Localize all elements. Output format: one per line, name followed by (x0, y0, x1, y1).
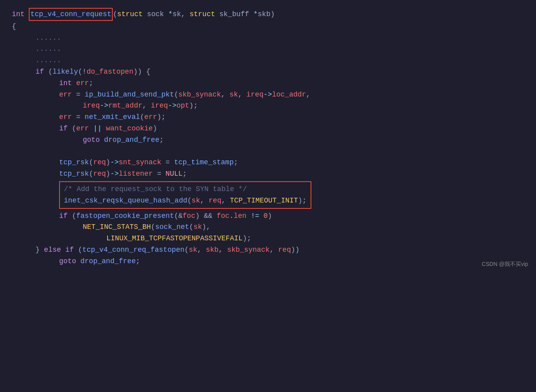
code-line-2: { (12, 21, 524, 32)
paren5: ); (189, 100, 198, 111)
paren11: ) (106, 157, 110, 168)
comment-text: /* Add the request_sock to the SYN table… (64, 184, 247, 195)
paren23: ); (243, 233, 251, 244)
code-line-5: ...... (35, 55, 524, 66)
semicolon1: ; (89, 78, 93, 89)
num-zero: 0 (264, 210, 268, 222)
paren6: ( (140, 111, 144, 123)
paren14: ( (187, 195, 192, 206)
func-net-xmit: net_xmit_eval (85, 111, 140, 123)
code-line-20: LINUX_MIB_TCPFASTOPENPASSIVEFAIL); (106, 233, 524, 244)
equals1: = (76, 89, 85, 100)
func-tcp-v4-fastopen: tcp_v4_conn_req_fastopen (82, 244, 184, 256)
keyword-if: if (35, 66, 48, 78)
comma2: , (221, 89, 230, 100)
op-or: || (93, 123, 106, 134)
paren24: ( (78, 244, 82, 256)
paren15: ); (298, 195, 307, 206)
equals3: = (166, 157, 174, 168)
param-skb: skb (258, 9, 270, 20)
var-err4: err (76, 123, 93, 134)
equals2: = (76, 111, 85, 123)
param-sk: sk (173, 9, 181, 20)
paren26: )) (291, 244, 300, 256)
code-line-8: err = ip_build_and_send_pkt(skb_synack, … (59, 89, 524, 100)
comma10: , (270, 244, 278, 256)
arrow4: -> (110, 157, 119, 168)
func-inet-csk: inet_csk_reqsk_queue_hash_add (64, 195, 187, 206)
arrow1: -> (264, 89, 272, 100)
semicolon4: ; (182, 168, 187, 180)
struct-keyword2: struct (190, 9, 220, 20)
semicolon5: ; (136, 256, 140, 267)
code-line-9: ireq->rmt_addr, ireq->opt); (83, 100, 524, 111)
param-sk5: sk (189, 244, 197, 256)
paren-open: ( (113, 9, 117, 20)
label-drop-free2: drop_and_free (80, 256, 136, 267)
code-line-6: if (likely(!do_fastopen)) { (35, 66, 524, 78)
param-skb-synack2: skb_synack (227, 244, 270, 256)
label-drop-free: drop_and_free (104, 134, 159, 146)
code-line-4: ...... (35, 43, 524, 55)
param-req4: req (278, 244, 291, 256)
open-brace: { (12, 21, 16, 32)
sock-type: sock (147, 9, 168, 20)
var-foc: foc (182, 210, 195, 222)
keyword-int2: int (59, 78, 76, 89)
macro-tcp-timeout: TCP_TIMEOUT_INIT (230, 195, 298, 206)
semicolon2: ; (159, 134, 164, 146)
code-line-7: int err; (59, 78, 524, 89)
code-line-10: err = net_xmit_eval(err); (59, 111, 524, 123)
keyword-goto2: goto (59, 256, 80, 267)
paren-close: ) (270, 9, 275, 20)
highlighted-block: /* Add the request_sock to the SYN table… (59, 181, 311, 209)
func-tcp-rsk2: tcp_rsk (59, 168, 89, 180)
code-line-3: ...... (35, 32, 524, 44)
paren16: ( (72, 210, 76, 222)
keyword-else: else (44, 244, 65, 256)
code-line-19: NET_INC_STATS_BH(sock_net(sk), (83, 221, 524, 233)
null-value: NULL (166, 168, 182, 180)
var-want-cookie: want_cookie (106, 123, 153, 134)
macro-linux-mib: LINUX_MIB_TCPFASTOPENPASSIVEFAIL (106, 233, 243, 244)
paren2: (! (78, 66, 87, 78)
paren3: )) { (133, 66, 150, 78)
foc-len: foc (217, 210, 229, 222)
comma3: , (238, 89, 247, 100)
ireq3: ireq (151, 100, 168, 111)
func-name: tcp_v4_conn_request (30, 10, 111, 18)
sk-buff-type: sk_buff (220, 9, 253, 20)
pointer-sk: * (168, 9, 173, 20)
macro-net-inc: NET_INC_STATS_BH (83, 221, 151, 233)
semicolon3: ; (234, 157, 238, 168)
listener: listener (119, 168, 157, 180)
comma6: , (200, 195, 209, 206)
var-req: req (93, 157, 106, 168)
struct-keyword: struct (117, 9, 147, 20)
var-err2: err (59, 89, 76, 100)
arrow5: -> (110, 168, 119, 180)
comma8: , (197, 244, 206, 256)
paren20: ( (151, 221, 155, 233)
func-sock-net: sock_net (155, 221, 189, 233)
paren22: ), (202, 221, 210, 233)
code-line-14: tcp_rsk(req)->snt_synack = tcp_time_stam… (59, 157, 524, 168)
paren7: ); (157, 111, 166, 123)
keyword-int: int (12, 9, 29, 20)
var-do-fastopen: do_fastopen (87, 66, 134, 78)
dot1: . (229, 210, 234, 222)
param-err: err (144, 111, 157, 123)
watermark: CSDN @我不买vip (482, 260, 528, 268)
code-line-22: goto drop_and_free; (59, 256, 524, 267)
code-line-15: tcp_rsk(req)->listener = NULL; (59, 168, 524, 180)
paren25: ( (184, 244, 189, 256)
param-req3: req (208, 195, 221, 206)
param-sk3: sk (192, 195, 200, 206)
param-sk4: sk (194, 221, 202, 233)
ireq2: ireq (83, 100, 100, 111)
paren4: ( (174, 89, 179, 100)
arrow2: -> (100, 100, 108, 111)
comma9: , (219, 244, 227, 256)
code-editor: int tcp_v4_conn_request(struct sock *sk,… (0, 0, 536, 275)
paren12: ( (89, 168, 93, 180)
